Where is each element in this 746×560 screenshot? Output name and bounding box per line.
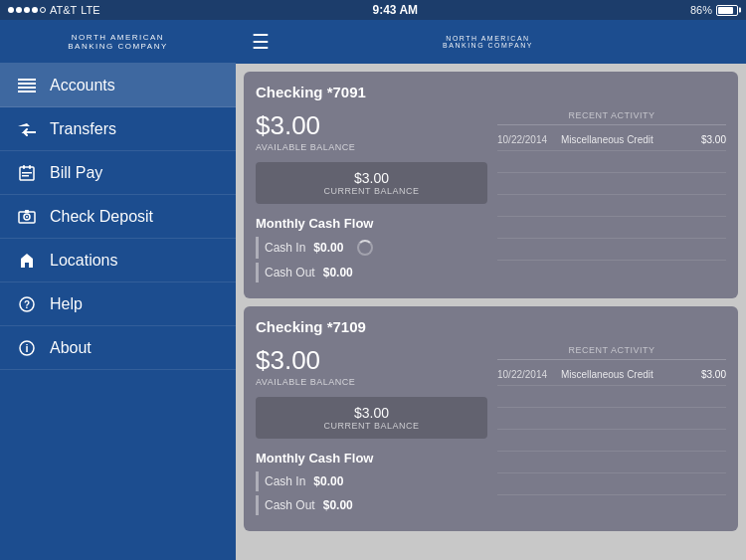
content-scroll[interactable]: Checking *7091 $3.00 AVAILABLE BALANCE $… [236,64,746,560]
carrier-label: AT&T [50,4,77,16]
available-balance-7091: $3.00 [256,110,487,141]
dot5 [40,7,46,13]
available-label-7091: AVAILABLE BALANCE [256,142,487,152]
network-label: LTE [81,4,99,16]
sidebar-item-help[interactable]: ? Help [0,282,236,326]
account-card-7091: Checking *7091 $3.00 AVAILABLE BALANCE $… [244,72,738,298]
svg-point-11 [26,216,28,218]
accounts-icon [16,79,38,93]
account-left-7091: $3.00 AVAILABLE BALANCE $3.00 CURRENT BA… [256,110,487,286]
sidebar-item-accounts[interactable]: Accounts [0,64,236,107]
activity-desc-7091-0: Miscellaneous Credit [557,134,701,145]
sidebar: North American Banking Company Accounts [0,20,236,560]
svg-rect-7 [22,172,32,174]
time-display: 9:43 AM [373,3,419,17]
check-deposit-icon [16,210,38,224]
activity-empty-3 [497,195,726,217]
svg-rect-6 [29,165,31,169]
status-bar: AT&T LTE 9:43 AM 86% [0,0,746,20]
activity-empty-4 [497,217,726,239]
cash-in-label-7091: Cash In [265,241,305,255]
sidebar-brand: North American Banking Company [68,33,168,51]
sidebar-nav: Accounts Transfers [0,64,236,560]
sidebar-item-bill-pay[interactable]: Bill Pay [0,151,236,195]
battery-fill [718,7,733,14]
bill-pay-icon [16,165,38,181]
sidebar-item-locations[interactable]: Locations [0,239,236,282]
cash-flow-7091: Monthly Cash Flow Cash In $0.00 Cash Out… [256,216,487,282]
activity-date-7091-0: 10/22/2014 [497,134,557,145]
activity-empty-1 [497,151,726,173]
account-title-7091: Checking *7091 [256,84,726,100]
status-right: 86% [690,4,738,16]
dot2 [16,7,22,13]
svg-text:i: i [25,342,28,354]
locations-icon [16,253,38,269]
recent-activity-label-7091: RECENT ACTIVITY [497,110,726,125]
activity-amount-7091-0: $3.00 [701,134,726,145]
svg-text:?: ? [24,299,30,310]
cash-in-spinner-7091 [357,240,373,256]
cash-in-7109: Cash In $0.00 [256,471,487,491]
account-body-7091: $3.00 AVAILABLE BALANCE $3.00 CURRENT BA… [256,110,726,286]
account-title-7109: Checking *7109 [256,318,726,335]
activity-empty-9 [497,452,726,473]
account-card-7109: Checking *7109 $3.00 AVAILABLE BALANCE $… [244,306,738,531]
current-balance-label-7091: CURRENT BALANCE [264,186,479,196]
activity-empty-10 [497,473,726,495]
about-icon: i [16,340,38,356]
recent-activity-label-7109: RECENT ACTIVITY [497,345,726,360]
dot3 [24,7,30,13]
main-content: ☰ North American Banking Company Checkin… [236,20,746,560]
app-container: North American Banking Company Accounts [0,20,746,560]
accounts-label: Accounts [50,77,115,94]
svg-rect-12 [25,210,29,213]
top-brand-line2: Banking Company [443,42,533,49]
cash-out-value-7091: $0.00 [323,266,353,280]
sidebar-item-about[interactable]: i About [0,326,236,370]
account-left-7109: $3.00 AVAILABLE BALANCE $3.00 CURRENT BA… [256,345,487,519]
cash-out-label-7109: Cash Out [265,498,315,512]
cash-out-label-7091: Cash Out [265,266,315,280]
svg-rect-1 [18,83,36,85]
activity-empty-5 [497,239,726,261]
locations-label: Locations [50,252,118,270]
current-balance-box-7091: $3.00 CURRENT BALANCE [256,162,487,204]
dot1 [8,7,14,13]
cash-in-value-7109: $0.00 [313,474,343,488]
about-label: About [50,339,92,357]
cash-flow-title-7091: Monthly Cash Flow [256,216,487,231]
transfers-icon [16,122,38,136]
transfers-label: Transfers [50,120,116,138]
activity-empty-8 [497,430,726,452]
cash-flow-7109: Monthly Cash Flow Cash In $0.00 Cash Out… [256,451,487,515]
signal-dots [8,7,46,13]
activity-empty-6 [497,386,726,408]
svg-rect-0 [18,79,36,81]
cash-in-7091: Cash In $0.00 [256,237,487,259]
bill-pay-label: Bill Pay [50,164,102,182]
cash-out-7109: Cash Out $0.00 [256,495,487,515]
top-brand-line1: North American [443,35,533,42]
activity-row-7109-0: 10/22/2014 Miscellaneous Credit $3.00 [497,364,726,386]
help-label: Help [50,295,83,313]
dot4 [32,7,38,13]
sidebar-item-transfers[interactable]: Transfers [0,107,236,151]
available-label-7109: AVAILABLE BALANCE [256,377,487,387]
hamburger-button[interactable]: ☰ [252,30,270,54]
battery-icon [716,5,738,16]
top-bar-brand: North American Banking Company [443,35,533,49]
activity-empty-7 [497,408,726,430]
account-body-7109: $3.00 AVAILABLE BALANCE $3.00 CURRENT BA… [256,345,726,519]
cash-flow-title-7109: Monthly Cash Flow [256,451,487,466]
account-right-7091: RECENT ACTIVITY 10/22/2014 Miscellaneous… [497,110,726,286]
available-balance-7109: $3.00 [256,345,487,376]
cash-in-label-7109: Cash In [265,474,305,488]
sidebar-item-check-deposit[interactable]: Check Deposit [0,195,236,239]
current-balance-7091: $3.00 [264,170,479,186]
svg-rect-5 [23,165,25,169]
cash-in-value-7091: $0.00 [313,241,343,255]
sidebar-header: North American Banking Company [0,20,236,64]
status-left: AT&T LTE [8,4,100,16]
current-balance-box-7109: $3.00 CURRENT BALANCE [256,397,487,439]
